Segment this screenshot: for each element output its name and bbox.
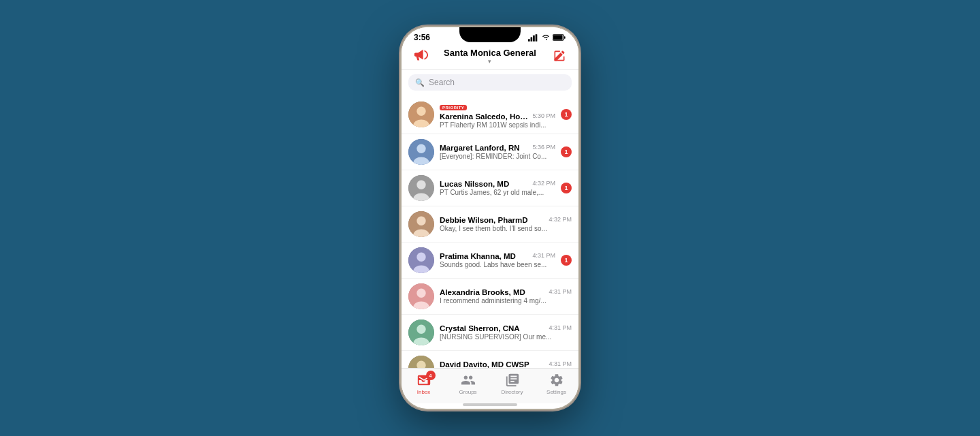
avatar-img-3 bbox=[408, 175, 434, 201]
avatar-img-4 bbox=[408, 211, 434, 237]
message-header-row-4: Debbie Wilson, PharmD 4:32 PM bbox=[440, 216, 572, 224]
message-item-6[interactable]: Alexandria Brooks, MD 4:31 PM I recommen… bbox=[402, 279, 578, 315]
avatar-6 bbox=[408, 283, 434, 309]
message-preview-5: Sounds good. Labs have been se... bbox=[440, 261, 555, 268]
tab-inbox-badge: 4 bbox=[426, 371, 436, 380]
tab-settings[interactable]: Settings bbox=[540, 373, 574, 395]
sender-name-3: Lucas Nilsson, MD bbox=[440, 180, 509, 188]
search-bar: 🔍 Search bbox=[402, 70, 578, 95]
tab-settings-label: Settings bbox=[546, 389, 566, 395]
avatar-3 bbox=[408, 175, 434, 201]
svg-point-26 bbox=[416, 325, 425, 334]
message-header-row-8: David Davito, MD CWSP 4:31 PM bbox=[440, 360, 572, 368]
avatar-5 bbox=[408, 247, 434, 273]
avatar-4 bbox=[408, 211, 434, 237]
svg-point-11 bbox=[416, 144, 425, 153]
message-item-3[interactable]: Lucas Nilsson, MD 4:32 PM PT Curtis Jame… bbox=[402, 170, 578, 206]
message-item-1[interactable]: PRIORITY Karenina Salcedo, House Superv.… bbox=[402, 95, 578, 134]
message-item-5[interactable]: Pratima Khanna, MD 4:31 PM Sounds good. … bbox=[402, 243, 578, 279]
message-preview-1: PT Flaherty RM 101W sepsis indi... bbox=[440, 121, 555, 129]
message-time-5: 4:31 PM bbox=[532, 252, 555, 259]
message-header-row-6: Alexandria Brooks, MD 4:31 PM bbox=[440, 288, 572, 296]
unread-badge-1: 1 bbox=[561, 109, 572, 120]
status-icons bbox=[528, 34, 566, 42]
avatar-img-7 bbox=[408, 320, 434, 345]
message-content-2: Margaret Lanford, RN 5:36 PM [Everyone]:… bbox=[440, 144, 555, 160]
compose-button[interactable] bbox=[550, 46, 569, 65]
avatar-8 bbox=[408, 356, 434, 368]
message-preview-4: Okay, I see them both. I'll send so... bbox=[440, 225, 572, 232]
phone-screen: 3:56 bbox=[402, 27, 578, 409]
tab-inbox-icon-wrap: 4 bbox=[415, 373, 433, 388]
message-content-6: Alexandria Brooks, MD 4:31 PM I recommen… bbox=[440, 288, 572, 305]
svg-point-8 bbox=[416, 106, 425, 115]
avatar-img-6 bbox=[408, 283, 434, 309]
tab-directory-label: Directory bbox=[501, 389, 523, 395]
header-subtitle: ▾ bbox=[444, 58, 536, 65]
svg-rect-6 bbox=[553, 35, 563, 40]
message-content-7: Crystal Sherron, CNA 4:31 PM [NURSING SU… bbox=[440, 324, 572, 341]
search-input-wrap[interactable]: 🔍 Search bbox=[408, 74, 572, 91]
message-item-8[interactable]: David Davito, MD CWSP 4:31 PM I am finis… bbox=[402, 351, 578, 368]
avatar-1 bbox=[408, 102, 434, 127]
sender-name-7: Crystal Sherron, CNA bbox=[440, 324, 520, 332]
megaphone-icon bbox=[413, 48, 428, 63]
message-time-2: 5:36 PM bbox=[532, 144, 555, 151]
header-title: Santa Monica General bbox=[444, 48, 536, 58]
message-list: PRIORITY Karenina Salcedo, House Superv.… bbox=[402, 95, 578, 368]
svg-point-20 bbox=[416, 253, 425, 262]
avatar-2 bbox=[408, 139, 434, 165]
message-time-8: 4:31 PM bbox=[549, 360, 572, 367]
tab-groups[interactable]: Groups bbox=[451, 373, 485, 395]
priority-badge-1: PRIORITY bbox=[440, 105, 467, 110]
megaphone-button[interactable] bbox=[411, 46, 430, 65]
directory-icon bbox=[505, 373, 520, 388]
wifi-icon bbox=[541, 34, 551, 41]
tab-inbox-label: Inbox bbox=[417, 389, 431, 395]
compose-icon bbox=[553, 49, 566, 63]
tab-inbox[interactable]: 4 Inbox bbox=[407, 373, 441, 395]
avatar-img-2 bbox=[408, 139, 434, 165]
sender-name-5: Pratima Khanna, MD bbox=[440, 252, 516, 260]
tab-directory[interactable]: Directory bbox=[495, 373, 529, 395]
search-icon: 🔍 bbox=[415, 78, 425, 87]
svg-rect-2 bbox=[533, 35, 535, 41]
sender-name-8: David Davito, MD CWSP bbox=[440, 360, 529, 368]
svg-rect-3 bbox=[536, 34, 538, 42]
svg-point-23 bbox=[416, 289, 425, 298]
message-header-row-1: Karenina Salcedo, House Superv... 5:30 P… bbox=[440, 112, 555, 121]
header-title-area: Santa Monica General ▾ bbox=[444, 48, 536, 65]
signal-icon bbox=[528, 34, 539, 42]
avatar-img-5 bbox=[408, 247, 434, 273]
message-content-8: David Davito, MD CWSP 4:31 PM I am finis… bbox=[440, 360, 572, 368]
message-time-1: 5:30 PM bbox=[532, 112, 555, 119]
svg-rect-5 bbox=[564, 36, 566, 39]
message-header-row-5: Pratima Khanna, MD 4:31 PM bbox=[440, 252, 555, 260]
groups-icon bbox=[461, 373, 476, 388]
message-content-4: Debbie Wilson, PharmD 4:32 PM Okay, I se… bbox=[440, 216, 572, 232]
settings-icon bbox=[549, 373, 564, 388]
tab-bar: 4 Inbox Groups Directory bbox=[402, 368, 578, 403]
message-preview-2: [Everyone]: REMINDER: Joint Co... bbox=[440, 153, 555, 160]
unread-badge-3: 1 bbox=[561, 183, 572, 193]
message-time-3: 4:32 PM bbox=[532, 180, 555, 187]
message-preview-3: PT Curtis James, 62 yr old male,... bbox=[440, 189, 555, 196]
message-content-1: PRIORITY Karenina Salcedo, House Superv.… bbox=[440, 99, 555, 129]
sender-name-6: Alexandria Brooks, MD bbox=[440, 288, 525, 296]
unread-badge-5: 1 bbox=[561, 255, 572, 266]
sender-name-2: Margaret Lanford, RN bbox=[440, 144, 520, 152]
message-preview-6: I recommend administering 4 mg/... bbox=[440, 297, 572, 305]
message-content-3: Lucas Nilsson, MD 4:32 PM PT Curtis Jame… bbox=[440, 180, 555, 196]
message-item-2[interactable]: Margaret Lanford, RN 5:36 PM [Everyone]:… bbox=[402, 134, 578, 170]
message-content-5: Pratima Khanna, MD 4:31 PM Sounds good. … bbox=[440, 252, 555, 268]
message-preview-7: [NURSING SUPERVISOR] Our me... bbox=[440, 333, 572, 341]
message-header-row-2: Margaret Lanford, RN 5:36 PM bbox=[440, 144, 555, 152]
sender-name-4: Debbie Wilson, PharmD bbox=[440, 216, 528, 224]
avatar-7 bbox=[408, 320, 434, 345]
message-item-4[interactable]: Debbie Wilson, PharmD 4:32 PM Okay, I se… bbox=[402, 206, 578, 243]
message-item-7[interactable]: Crystal Sherron, CNA 4:31 PM [NURSING SU… bbox=[402, 315, 578, 351]
battery-icon bbox=[553, 34, 566, 41]
tab-groups-label: Groups bbox=[459, 389, 476, 395]
message-time-4: 4:32 PM bbox=[549, 216, 572, 223]
app-header: Santa Monica General ▾ bbox=[402, 44, 578, 70]
